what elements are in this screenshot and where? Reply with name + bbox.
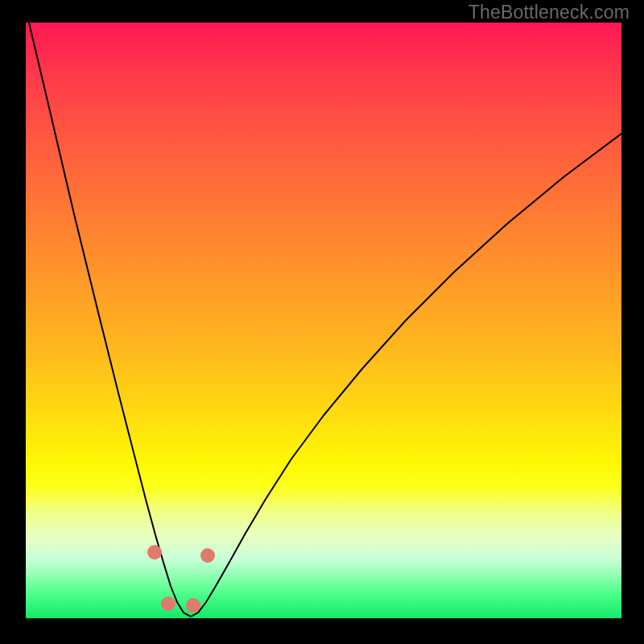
bottleneck-curve: [29, 23, 621, 617]
image-root: TheBottleneck.com: [0, 0, 644, 644]
trough-marker: [186, 598, 200, 613]
trough-marker: [200, 548, 215, 563]
watermark-text: TheBottleneck.com: [469, 2, 630, 23]
plot-area: [26, 23, 621, 618]
trough-markers: [147, 545, 215, 613]
trough-marker: [147, 545, 162, 559]
chart-svg: [26, 23, 621, 618]
trough-marker: [161, 597, 175, 611]
